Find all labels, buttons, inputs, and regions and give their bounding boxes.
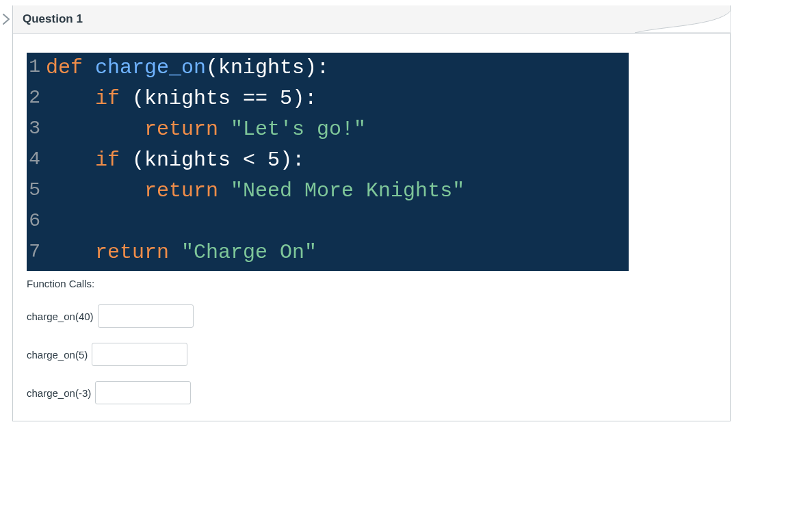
question-header: Question 1	[13, 5, 730, 34]
function-call-row: charge_on(5)	[27, 343, 716, 366]
chevron-right-icon	[2, 14, 10, 25]
function-calls-list: charge_on(40)charge_on(5)charge_on(-3)	[27, 304, 716, 404]
question-title: Question 1	[23, 12, 83, 26]
code-content: return "Charge On"	[46, 237, 629, 268]
function-call-label: charge_on(-3)	[27, 387, 91, 399]
line-number: 7	[27, 237, 46, 268]
answer-input[interactable]	[95, 381, 191, 404]
function-call-row: charge_on(40)	[27, 304, 716, 328]
code-line: 3 return "Let's go!"	[27, 114, 629, 145]
code-line: 6	[27, 207, 629, 237]
code-block: 1def charge_on(knights):2 if (knights ==…	[27, 53, 629, 271]
line-number: 2	[27, 83, 46, 114]
code-content: def charge_on(knights):	[46, 53, 629, 83]
code-line: 7 return "Charge On"	[27, 237, 629, 268]
code-line: 4 if (knights < 5):	[27, 145, 629, 176]
question-card: Question 1 1def charge_on(knights):2 if …	[12, 5, 731, 421]
answer-input[interactable]	[92, 343, 187, 366]
line-number: 1	[27, 53, 46, 83]
question-body: 1def charge_on(knights):2 if (knights ==…	[13, 34, 730, 421]
function-calls-heading: Function Calls:	[27, 278, 716, 289]
line-number: 4	[27, 145, 46, 176]
code-content: if (knights < 5):	[46, 145, 629, 176]
code-content	[46, 207, 629, 237]
function-call-row: charge_on(-3)	[27, 381, 716, 404]
function-call-label: charge_on(5)	[27, 349, 88, 361]
line-number: 5	[27, 176, 46, 207]
answer-input[interactable]	[98, 304, 194, 328]
line-number: 6	[27, 207, 46, 237]
code-content: if (knights == 5):	[46, 83, 629, 114]
code-line: 1def charge_on(knights):	[27, 53, 629, 83]
code-line: 5 return "Need More Knights"	[27, 176, 629, 207]
function-call-label: charge_on(40)	[27, 311, 94, 322]
code-content: return "Need More Knights"	[46, 176, 629, 207]
page-curl-decoration	[635, 5, 731, 33]
code-line: 2 if (knights == 5):	[27, 83, 629, 114]
line-number: 3	[27, 114, 46, 145]
code-content: return "Let's go!"	[46, 114, 629, 145]
